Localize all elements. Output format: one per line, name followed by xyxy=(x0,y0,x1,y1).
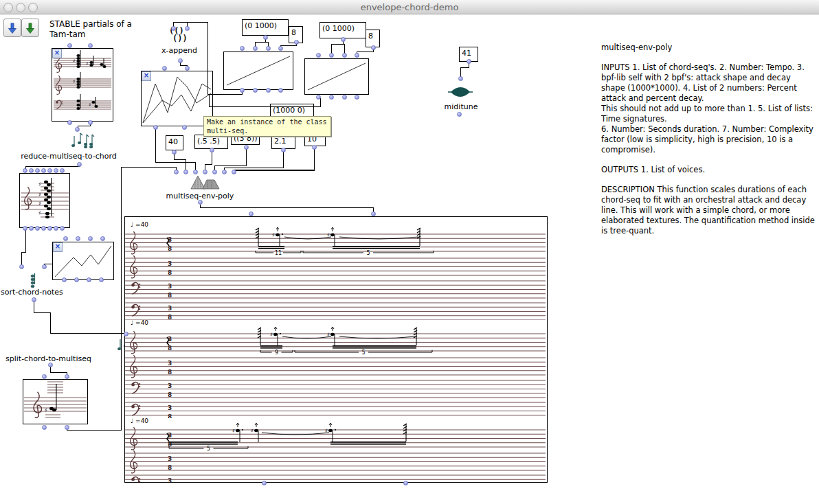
port-dot[interactable] xyxy=(74,277,79,282)
port-dot[interactable] xyxy=(162,66,167,71)
port-dot[interactable] xyxy=(312,145,317,150)
port-dot[interactable] xyxy=(253,88,258,93)
patch-cord[interactable] xyxy=(331,44,345,45)
patch-cord[interactable] xyxy=(255,42,269,43)
port-dot[interactable] xyxy=(23,168,27,173)
port-dot[interactable] xyxy=(278,88,283,93)
port-dot[interactable] xyxy=(65,425,69,430)
env-poly-icon[interactable] xyxy=(190,174,221,190)
port-dot[interactable] xyxy=(87,277,91,282)
patch-cord[interactable] xyxy=(280,45,297,46)
port-dot[interactable] xyxy=(23,226,27,231)
port-dot[interactable] xyxy=(210,148,214,152)
patch-cord[interactable] xyxy=(207,94,243,95)
port-dot[interactable] xyxy=(35,168,40,173)
patch-cord[interactable] xyxy=(50,333,126,334)
port-dot[interactable] xyxy=(467,59,471,64)
port-dot[interactable] xyxy=(54,226,58,231)
lock-icon[interactable]: × xyxy=(52,49,62,58)
port-dot[interactable] xyxy=(88,236,93,241)
patch-cord[interactable] xyxy=(50,312,51,334)
port-dot[interactable] xyxy=(212,170,217,174)
patch-cord[interactable] xyxy=(460,67,469,68)
port-dot[interactable] xyxy=(99,277,104,282)
port-dot[interactable] xyxy=(88,43,93,48)
patch-cord[interactable] xyxy=(155,129,156,162)
import-button[interactable] xyxy=(3,19,21,37)
bpf-ramp-box-1[interactable] xyxy=(223,51,293,90)
function-label-split[interactable]: split-chord-to-multiseq xyxy=(5,354,91,363)
port-dot[interactable] xyxy=(403,481,408,485)
port-dot[interactable] xyxy=(342,95,347,100)
port-dot[interactable] xyxy=(183,170,188,174)
port-dot[interactable] xyxy=(178,58,183,63)
port-dot[interactable] xyxy=(174,170,179,174)
port-dot[interactable] xyxy=(41,168,46,173)
port-dot[interactable] xyxy=(41,226,46,231)
patch-cord[interactable] xyxy=(209,95,210,107)
comment-stable-partials[interactable]: STABLE partials of a Tam-tam xyxy=(49,19,132,40)
port-dot[interactable] xyxy=(249,211,254,216)
port-dot[interactable] xyxy=(281,148,286,152)
patch-cord[interactable] xyxy=(234,170,315,171)
port-dot[interactable] xyxy=(457,112,462,117)
port-dot[interactable] xyxy=(60,168,65,173)
port-dot[interactable] xyxy=(124,332,128,336)
port-dot[interactable] xyxy=(232,170,236,174)
patch-cord[interactable] xyxy=(314,149,315,170)
port-dot[interactable] xyxy=(263,35,268,40)
bpf-ramp-box-2[interactable] xyxy=(304,58,369,95)
port-dot[interactable] xyxy=(42,374,47,379)
multiseq-score-editor[interactable]: ♩ =4038383838♯♯115♩ =4038383838♯♯95♩ =40… xyxy=(124,216,548,483)
patch-cord[interactable] xyxy=(121,167,177,168)
port-dot[interactable] xyxy=(29,226,34,231)
value-box-points-a[interactable]: (0 1000) xyxy=(242,19,289,36)
patch-cord[interactable] xyxy=(224,168,284,168)
patch-cord[interactable] xyxy=(155,162,196,163)
port-dot[interactable] xyxy=(266,88,271,93)
port-dot[interactable] xyxy=(172,150,177,154)
port-dot[interactable] xyxy=(67,43,72,48)
port-dot[interactable] xyxy=(47,226,52,231)
port-dot[interactable] xyxy=(185,26,190,31)
patch-cord[interactable] xyxy=(357,51,374,52)
port-dot[interactable] xyxy=(63,236,68,241)
port-dot[interactable] xyxy=(100,236,105,241)
reduce-notes-icon[interactable] xyxy=(71,132,96,151)
patch-cord[interactable] xyxy=(212,152,212,165)
value-box-seconds[interactable]: 2.1 xyxy=(271,135,295,149)
titlebar[interactable]: envelope-chord-demo xyxy=(0,0,819,14)
port-dot[interactable] xyxy=(278,46,283,51)
port-dot[interactable] xyxy=(29,168,34,173)
chord-box[interactable]: ♯♯ ♯♯ xyxy=(19,173,70,228)
function-label-reduce[interactable]: reduce-multiseq-to-chord xyxy=(10,152,128,161)
port-dot[interactable] xyxy=(60,226,65,231)
port-dot[interactable] xyxy=(47,168,52,173)
patch-cord[interactable] xyxy=(200,207,374,208)
port-dot[interactable] xyxy=(329,95,334,100)
chord-box-split-result[interactable]: ♯ xyxy=(23,379,88,424)
port-dot[interactable] xyxy=(244,145,249,150)
value-box-points-b[interactable]: (0 1000) xyxy=(319,22,366,38)
port-dot[interactable] xyxy=(171,26,176,31)
port-dot[interactable] xyxy=(88,120,93,125)
port-dot[interactable] xyxy=(342,53,347,58)
port-dot[interactable] xyxy=(65,374,69,379)
port-dot[interactable] xyxy=(75,127,80,132)
miditune-icon[interactable] xyxy=(448,87,473,98)
port-dot[interactable] xyxy=(62,277,67,282)
function-label-x-append[interactable]: x-append xyxy=(157,46,201,55)
port-dot[interactable] xyxy=(32,297,36,302)
patch-cord[interactable] xyxy=(121,167,122,431)
port-dot[interactable] xyxy=(185,66,190,71)
port-dot[interactable] xyxy=(67,120,72,125)
patch-cord[interactable] xyxy=(34,312,51,313)
port-dot[interactable] xyxy=(42,264,47,269)
bpf-lib-box[interactable] xyxy=(141,71,213,126)
port-dot[interactable] xyxy=(198,200,203,205)
port-dot[interactable] xyxy=(253,46,258,51)
port-dot[interactable] xyxy=(182,125,187,130)
patch-cord[interactable] xyxy=(173,22,208,23)
export-button[interactable] xyxy=(21,19,39,37)
port-dot[interactable] xyxy=(294,40,299,45)
